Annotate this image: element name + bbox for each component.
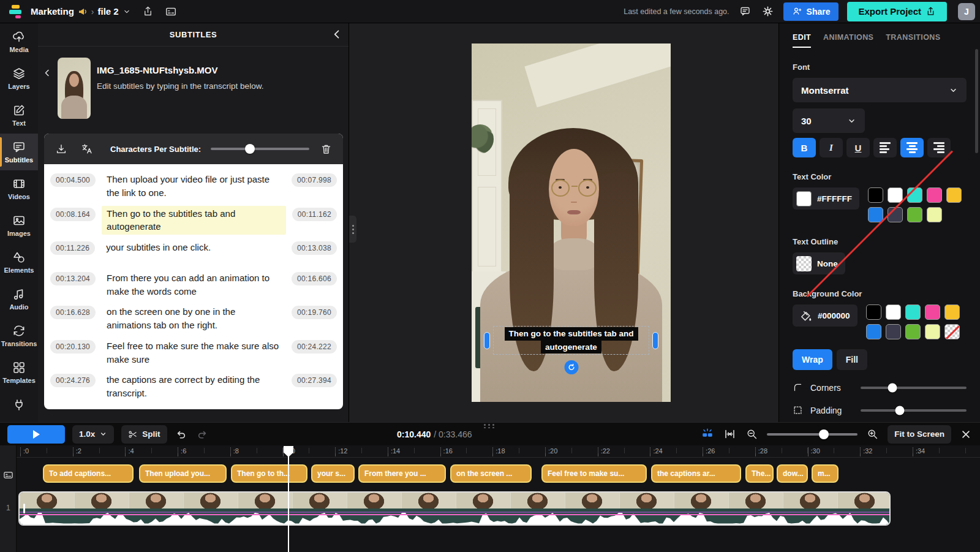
play-button[interactable]: [7, 425, 65, 444]
sidebar-item-subtitles[interactable]: Subtitles: [0, 134, 38, 170]
panel-resize-grip[interactable]: [349, 216, 356, 243]
subtitle-text[interactable]: the captions are correct by editing the …: [102, 372, 285, 401]
wrap-button[interactable]: Wrap: [793, 349, 832, 370]
subtitle-text[interactable]: Then go to the subtitles tab and autogen…: [102, 206, 286, 235]
background-color-swatch-2ee0cf[interactable]: [905, 304, 921, 320]
background-color-swatch-f6c12b[interactable]: [944, 304, 960, 320]
share-button[interactable]: Share: [783, 2, 839, 21]
zoom-in-icon[interactable]: [865, 427, 880, 441]
subtitle-text[interactable]: your subtitles in one click.: [101, 240, 285, 255]
align-center-button[interactable]: [900, 138, 924, 157]
background-color-swatch-67b735[interactable]: [905, 324, 921, 339]
sidebar-item-plugins[interactable]: [0, 391, 38, 419]
text-color-swatch-f2479c[interactable]: [927, 187, 942, 203]
timeline-subtitle-block[interactable]: dow...: [777, 464, 808, 483]
background-color-chip[interactable]: #000000: [793, 304, 858, 327]
timeline-subtitle-block[interactable]: From there you ...: [358, 464, 446, 483]
text-color-swatch-edf5a6[interactable]: [927, 207, 942, 222]
subtitle-start-time[interactable]: 00:04.500: [50, 173, 96, 187]
background-color-swatch-000000[interactable]: [866, 304, 881, 320]
timeline-subtitle-block[interactable]: your s...: [311, 464, 355, 483]
timeline-subtitle-block[interactable]: on the screen ...: [450, 464, 532, 483]
timeline-resize-grip[interactable]: [483, 423, 496, 428]
captions-bar-icon[interactable]: [165, 6, 177, 18]
background-color-swatch-f2479c[interactable]: [925, 304, 940, 320]
bold-button[interactable]: B: [793, 138, 816, 157]
breadcrumb-file[interactable]: file 2: [98, 6, 119, 17]
chevron-down-icon[interactable]: [123, 7, 131, 16]
text-color-swatch-2ee0cf[interactable]: [907, 187, 922, 203]
subtitle-start-time[interactable]: 00:16.628: [50, 306, 96, 319]
background-color-swatch-transparent[interactable]: [944, 324, 960, 339]
back-chevron-icon[interactable]: [43, 69, 51, 119]
subtitle-end-time[interactable]: 00:07.998: [292, 173, 337, 187]
subtitle-end-time[interactable]: 00:16.606: [292, 272, 337, 285]
text-outline-chip[interactable]: None: [793, 252, 845, 274]
text-color-swatch-f6c12b[interactable]: [946, 187, 962, 203]
breadcrumb-folder[interactable]: Marketing: [31, 6, 74, 17]
settings-gear-icon[interactable]: [761, 4, 775, 18]
text-color-swatch-67b735[interactable]: [907, 207, 922, 222]
sidebar-item-transitions[interactable]: Transitions: [0, 317, 38, 354]
background-color-swatch-1f7fe8[interactable]: [866, 324, 881, 339]
caption-left-handle[interactable]: [484, 332, 490, 349]
sidebar-item-templates[interactable]: Templates: [0, 354, 38, 391]
timeline-subtitle-block[interactable]: Then upload you...: [139, 464, 227, 483]
collapse-panel-icon[interactable]: [331, 29, 342, 40]
undo-icon[interactable]: [175, 428, 188, 441]
subtitle-end-time[interactable]: 00:11.162: [292, 208, 337, 221]
download-subtitles-icon[interactable]: [54, 142, 69, 156]
timeline-subtitle-block[interactable]: the captions ar...: [651, 464, 741, 483]
preview-canvas[interactable]: Then go to the subtitles tab and autogen…: [349, 23, 779, 422]
fit-timeline-icon[interactable]: [723, 427, 737, 441]
video-clip[interactable]: [18, 491, 891, 526]
padding-slider[interactable]: [861, 406, 967, 415]
align-left-button[interactable]: [873, 138, 897, 157]
snapping-toggle-icon[interactable]: [700, 427, 715, 442]
caption-right-handle[interactable]: [652, 332, 658, 349]
kapwing-logo[interactable]: [7, 4, 26, 20]
sidebar-item-audio[interactable]: Audio: [0, 281, 38, 317]
text-color-swatch-3b3b4d[interactable]: [888, 207, 903, 222]
timeline-subtitle-block[interactable]: Feel free to make su...: [541, 464, 647, 483]
timeline-subtitle-block[interactable]: The...: [745, 464, 774, 483]
text-color-chip[interactable]: #FFFFFF: [793, 187, 859, 210]
sidebar-item-media[interactable]: Media: [0, 23, 38, 60]
caption-selection-box[interactable]: Then go to the subtitles tab and autogen…: [494, 327, 649, 354]
timeline-subtitle-block[interactable]: m...: [812, 464, 839, 483]
subtitle-start-time[interactable]: 00:11.226: [50, 241, 95, 255]
font-family-select[interactable]: Montserrat: [793, 78, 967, 102]
zoom-out-icon[interactable]: [745, 427, 759, 441]
subtitle-text[interactable]: Feel free to make sure the make sure als…: [102, 338, 285, 368]
tab-transitions[interactable]: TRANSITIONS: [886, 33, 940, 48]
caption-overlay[interactable]: Then go to the subtitles tab and autogen…: [494, 327, 649, 354]
comments-icon[interactable]: [738, 4, 752, 18]
fit-to-screen-button[interactable]: Fit to Screen: [888, 425, 951, 444]
subtitle-track-icon[interactable]: [3, 470, 13, 480]
sidebar-item-elements[interactable]: Elements: [0, 244, 38, 281]
timeline-zoom-slider[interactable]: [767, 429, 858, 439]
timeline-subtitle-block[interactable]: Then go to th...: [231, 464, 307, 483]
timeline-subtitle-block[interactable]: To add captions...: [43, 464, 134, 483]
translate-icon[interactable]: [80, 142, 94, 156]
subtitle-start-time[interactable]: 00:20.130: [50, 340, 96, 354]
timeline-ruler[interactable]: :0:2:4:6:8:10:12:14:16:18:20:22:24:26:28…: [0, 445, 980, 458]
video-thumbnail[interactable]: [58, 58, 91, 119]
text-color-swatch-000000[interactable]: [868, 187, 883, 203]
font-size-select[interactable]: 30: [793, 108, 865, 133]
subtitle-end-time[interactable]: 00:13.038: [292, 241, 337, 255]
subtitle-start-time[interactable]: 00:13.204: [50, 272, 96, 285]
corners-slider[interactable]: [861, 383, 967, 393]
subtitle-text[interactable]: From there you can add an animation to m…: [102, 270, 285, 300]
video-preview[interactable]: Then go to the subtitles tab and autogen…: [472, 43, 671, 402]
subtitle-text[interactable]: on the screen one by one in the animatio…: [102, 304, 285, 333]
playback-speed-select[interactable]: 1.0x: [72, 425, 114, 444]
chars-per-subtitle-slider[interactable]: [211, 144, 309, 154]
underline-button[interactable]: U: [846, 138, 870, 157]
subtitle-end-time[interactable]: 00:19.760: [292, 306, 337, 319]
delete-subtitles-icon[interactable]: [319, 142, 333, 156]
clip-trim-handle[interactable]: [23, 504, 25, 513]
subtitle-text[interactable]: Then upload your video file or just past…: [102, 172, 285, 201]
caption-rotate-button[interactable]: [564, 360, 578, 374]
background-color-swatch-edf5a6[interactable]: [925, 324, 940, 339]
